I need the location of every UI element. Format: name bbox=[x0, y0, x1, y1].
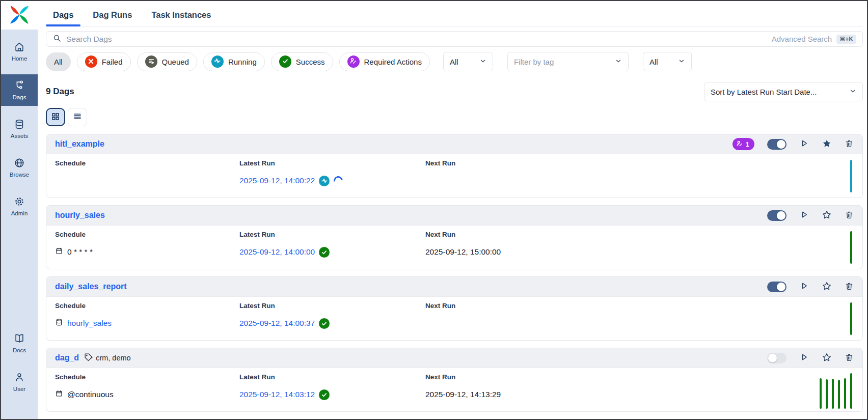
list-view-button[interactable] bbox=[68, 108, 87, 126]
sidebar-item[interactable]: User bbox=[1, 366, 38, 398]
favorite-button[interactable] bbox=[822, 281, 832, 293]
success-check-icon bbox=[282, 58, 289, 66]
trigger-dag-button[interactable] bbox=[799, 210, 809, 221]
sidebar-item[interactable]: Dags bbox=[1, 74, 38, 106]
trash-icon bbox=[845, 282, 854, 292]
run-history-chart[interactable] bbox=[850, 302, 853, 336]
chevron-down-icon bbox=[479, 58, 486, 66]
next-run-value: 2025-09-12, 14:13:29 bbox=[425, 388, 820, 401]
sidebar-nav: Home Dags bbox=[1, 36, 38, 229]
required-actions-count: 1 bbox=[745, 141, 749, 148]
favorite-button[interactable] bbox=[822, 138, 832, 150]
chevron-down-icon bbox=[678, 58, 685, 66]
state-filter-chip[interactable]: Running bbox=[203, 52, 265, 71]
run-history-chart[interactable] bbox=[850, 231, 853, 265]
main-content: Dags Dag Runs Task Instances Advanced Se… bbox=[38, 1, 867, 419]
dag-tags-text: crm, demo bbox=[96, 354, 131, 362]
pause-toggle[interactable] bbox=[767, 282, 786, 292]
state-filter-chip[interactable]: All bbox=[46, 52, 71, 71]
toggle-knob bbox=[777, 283, 785, 291]
next-run-label: Next Run bbox=[425, 302, 850, 310]
success-status-icon bbox=[319, 318, 330, 329]
tab[interactable]: Task Instances bbox=[144, 7, 218, 26]
sidebar-item-label: Browse bbox=[10, 172, 29, 178]
pause-toggle[interactable] bbox=[767, 139, 786, 150]
sidebar-bottom: Docs User bbox=[1, 327, 38, 419]
state-filter-chip[interactable]: Required Actions bbox=[339, 52, 430, 71]
sort-select[interactable]: Sort by Latest Run Start Date... bbox=[704, 82, 863, 101]
sidebar-item[interactable]: Browse bbox=[1, 152, 38, 183]
failed-x-icon bbox=[88, 58, 94, 66]
favorite-button[interactable] bbox=[822, 352, 832, 364]
dag-name-link[interactable]: dag_d bbox=[55, 353, 79, 362]
pause-toggle[interactable] bbox=[767, 210, 786, 221]
tab[interactable]: Dags bbox=[46, 7, 80, 26]
search-icon bbox=[52, 34, 62, 45]
sidebar-item[interactable]: Assets bbox=[1, 113, 38, 145]
trash-icon bbox=[845, 353, 854, 363]
run-bar[interactable] bbox=[820, 378, 822, 409]
run-bar[interactable] bbox=[826, 379, 828, 409]
queued-icon bbox=[148, 58, 155, 66]
dag-card: hitl_example 1 bbox=[46, 134, 863, 198]
schedule-label: Schedule bbox=[55, 302, 239, 310]
delete-dag-button[interactable] bbox=[845, 282, 854, 292]
dag-card-controls bbox=[767, 281, 854, 293]
run-bar[interactable] bbox=[850, 231, 852, 264]
play-icon bbox=[799, 210, 809, 221]
trigger-dag-button[interactable] bbox=[799, 138, 809, 150]
dag-card: hourly_sales bbox=[46, 205, 863, 269]
tab-label: Dag Runs bbox=[93, 10, 132, 19]
calendar-icon bbox=[55, 389, 63, 400]
delete-dag-button[interactable] bbox=[845, 353, 854, 363]
state-icon bbox=[85, 55, 97, 68]
asset-icon bbox=[55, 318, 63, 328]
sidebar-item[interactable]: Home bbox=[1, 36, 38, 67]
dag-name-link[interactable]: hourly_sales bbox=[55, 211, 105, 220]
schedule-filter-value: All bbox=[450, 58, 458, 66]
latest-run-column: Latest Run 2025-09-12, 14:00:00 bbox=[239, 231, 425, 265]
run-bar[interactable] bbox=[850, 160, 852, 192]
sidebar-item[interactable]: Admin bbox=[1, 190, 38, 222]
schedule-column: Schedule bbox=[55, 159, 239, 193]
state-filter-chip[interactable]: Failed bbox=[77, 52, 131, 71]
airflow-logo[interactable] bbox=[1, 1, 38, 30]
schedule-label: Schedule bbox=[55, 159, 239, 167]
schedule-filter-select[interactable]: All bbox=[443, 52, 493, 71]
run-history-chart[interactable] bbox=[850, 159, 853, 193]
run-bar[interactable] bbox=[832, 379, 834, 409]
dag-name-link[interactable]: hitl_example bbox=[55, 139, 104, 149]
advanced-search-link[interactable]: Advanced Search ⌘+K bbox=[772, 35, 856, 44]
run-bar[interactable] bbox=[838, 380, 840, 409]
state-filter-chip[interactable]: Queued bbox=[137, 52, 197, 71]
state-filter-label: Failed bbox=[102, 58, 123, 66]
trigger-dag-button[interactable] bbox=[799, 281, 809, 292]
state-filter-chip[interactable]: Success bbox=[271, 52, 333, 71]
required-actions-badge[interactable]: 1 bbox=[733, 138, 754, 150]
next-run-column: Next Run bbox=[425, 302, 850, 336]
state-icon bbox=[145, 55, 157, 68]
favorite-button[interactable] bbox=[822, 210, 832, 221]
latest-run-link[interactable]: 2025-09-12, 14:00:37 bbox=[239, 319, 315, 328]
run-bar[interactable] bbox=[844, 378, 846, 409]
delete-dag-button[interactable] bbox=[845, 139, 854, 150]
sidebar-item[interactable]: Docs bbox=[1, 327, 38, 359]
tab[interactable]: Dag Runs bbox=[86, 7, 139, 26]
next-run-label: Next Run bbox=[425, 373, 820, 381]
schedule-value: @continuous bbox=[55, 388, 239, 401]
search-input[interactable] bbox=[66, 35, 767, 44]
success-status-icon bbox=[319, 247, 330, 258]
latest-run-link[interactable]: 2025-09-12, 14:00:22 bbox=[239, 176, 315, 185]
latest-run-link[interactable]: 2025-09-12, 14:00:00 bbox=[239, 247, 315, 257]
run-bar[interactable] bbox=[850, 302, 852, 335]
dag-name-link[interactable]: daily_sales_report bbox=[55, 282, 127, 291]
delete-dag-button[interactable] bbox=[845, 210, 854, 221]
grid-view-button[interactable] bbox=[46, 108, 65, 126]
paused-filter-select[interactable]: All bbox=[643, 52, 692, 71]
run-bar[interactable] bbox=[850, 373, 852, 409]
trigger-dag-button[interactable] bbox=[799, 352, 809, 363]
latest-run-link[interactable]: 2025-09-12, 14:03:12 bbox=[239, 390, 315, 399]
run-history-chart[interactable] bbox=[820, 373, 853, 410]
pause-toggle[interactable] bbox=[767, 353, 786, 363]
tag-filter-select[interactable]: Filter by tag bbox=[507, 52, 629, 71]
